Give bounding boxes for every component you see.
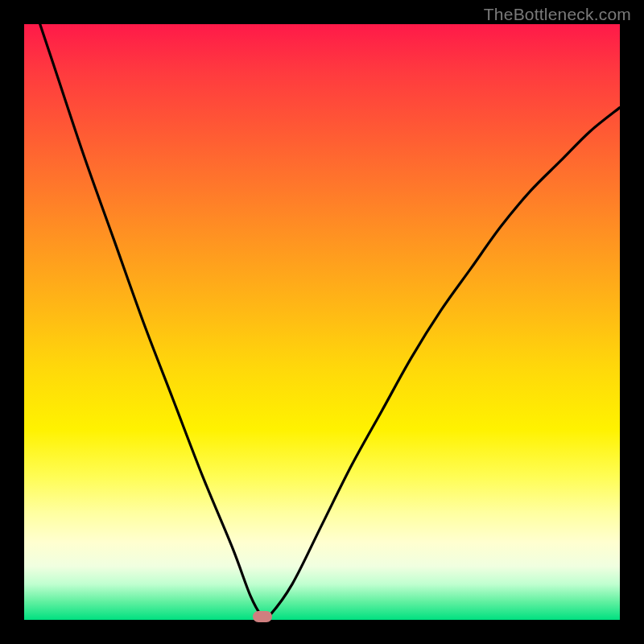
bottleneck-curve-path: [24, 24, 620, 620]
watermark-text: TheBottleneck.com: [484, 5, 631, 24]
minimum-marker: [253, 611, 272, 622]
curve-svg: [24, 24, 620, 620]
plot-area: [24, 24, 620, 620]
